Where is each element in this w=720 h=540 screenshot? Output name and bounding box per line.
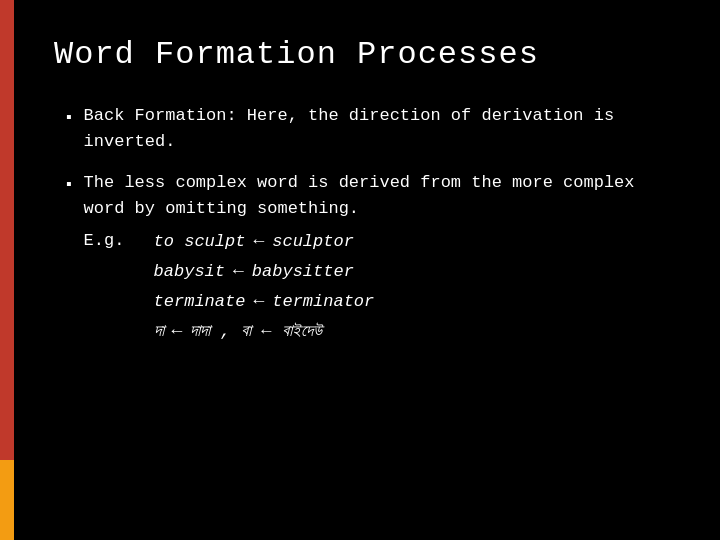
example-row-3: terminate ← terminator xyxy=(154,288,375,316)
arrow-3: ← xyxy=(253,288,264,316)
example-row-4: দা ← দাদা , বা ← বাইদেউ xyxy=(154,318,375,346)
examples-block: E.g. to sculpt ← sculptor babysit ← xyxy=(84,228,666,348)
example-source-1: sculptor xyxy=(272,229,354,255)
bullet-item-2: ▪ The less complex word is derived from … xyxy=(64,170,666,348)
example-source-2: babysitter xyxy=(252,259,354,285)
example-word-2: babysit xyxy=(154,259,225,285)
bullet-text-2: The less complex word is derived from th… xyxy=(84,173,635,218)
eg-label: E.g. xyxy=(84,228,154,348)
arrow-4: ← xyxy=(172,318,183,346)
example-row-1: to sculpt ← sculptor xyxy=(154,228,375,256)
example-row-2: babysit ← babysitter xyxy=(154,258,375,286)
arrow-1: ← xyxy=(253,228,264,256)
bar-bottom xyxy=(0,460,14,540)
left-bar xyxy=(0,0,14,540)
example-source-3: terminator xyxy=(272,289,374,315)
slide-content: ▪ Back Formation: Here, the direction of… xyxy=(54,103,666,362)
bullet-icon-2: ▪ xyxy=(64,173,74,198)
example-word-3: terminate xyxy=(154,289,246,315)
example-lines: to sculpt ← sculptor babysit ← babysitte… xyxy=(154,228,375,348)
example-source-4: দাদা , বা ← বাইদেউ xyxy=(190,319,321,345)
example-word-1: to sculpt xyxy=(154,229,246,255)
slide: Word Formation Processes ▪ Back Formatio… xyxy=(0,0,720,540)
bullet-block-2: The less complex word is derived from th… xyxy=(84,170,666,348)
bullet-text-1: Back Formation: Here, the direction of d… xyxy=(84,103,666,156)
example-word-4: দা xyxy=(154,319,164,345)
arrow-2: ← xyxy=(233,258,244,286)
bar-top xyxy=(0,0,14,460)
slide-title: Word Formation Processes xyxy=(54,36,666,73)
bullet-icon-1: ▪ xyxy=(64,106,74,131)
bullet-item-1: ▪ Back Formation: Here, the direction of… xyxy=(64,103,666,156)
